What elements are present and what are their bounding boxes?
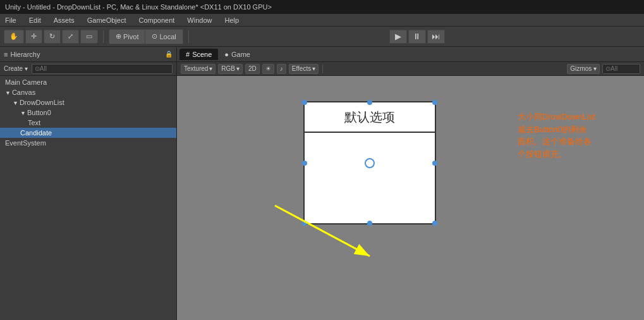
move-tool[interactable]: ✛ (25, 30, 42, 44)
handle-top-mid[interactable] (367, 100, 372, 105)
scale-tool[interactable]: ⤢ (62, 30, 79, 44)
game-tab-label: Game (231, 51, 250, 58)
hierarchy-item-eventsystem[interactable]: EventSystem (0, 138, 176, 148)
game-tab-icon: ● (224, 51, 229, 58)
canvas-arrow: ▼ (5, 90, 11, 96)
annotation-text: 大小同DrowDownList减去Button0的剩余面积。这个准备给各个按钮填… (518, 111, 625, 160)
button0-label: Button0 (27, 109, 51, 116)
pivot-icon: ⊕ (116, 32, 121, 40)
hierarchy-create-btn[interactable]: Create ▾ (4, 65, 28, 72)
step-button[interactable]: ⏭ (427, 30, 445, 44)
scene-background: 默认选项 (177, 76, 644, 320)
tab-scene[interactable]: # Scene (179, 49, 218, 60)
eventsystem-label: EventSystem (5, 139, 46, 147)
candidate-rect: 默认选项 (303, 101, 436, 225)
sun-icon: ☀ (265, 65, 271, 72)
title-text: Unity - Untitled - DropDownList - PC, Ma… (5, 3, 272, 11)
hierarchy-lock-icon: 🔒 (165, 51, 173, 58)
scene-toolbar: Textured ▾ RGB ▾ 2D ☀ ♪ Effects ▾ Giz (177, 62, 644, 76)
rotate-tool[interactable]: ↻ (44, 30, 61, 44)
scene-area: # Scene ● Game Textured ▾ RGB ▾ 2D ☀ (177, 47, 644, 320)
drowdownlist-arrow: ▼ (13, 100, 18, 106)
audio-icon: ♪ (280, 65, 283, 72)
text-label: Text (28, 119, 40, 126)
handle-mid-left[interactable] (302, 161, 307, 166)
hierarchy-menu-icon: ≡ (4, 51, 8, 58)
scene-sep (322, 65, 323, 73)
menu-bar: File Edit Assets GameObject Component Wi… (0, 14, 644, 27)
drowdownlist-label: DrowDownList (20, 99, 64, 106)
rect-tool[interactable]: ▭ (80, 30, 98, 44)
hierarchy-title: ≡ Hierarchy (4, 51, 40, 58)
pivot-local-group: ⊕ Pivot ⊙ Local (109, 29, 183, 44)
gizmos-btn[interactable]: Gizmos ▾ (567, 64, 600, 74)
default-option-text: 默认选项 (344, 109, 395, 126)
effects-btn[interactable]: Effects ▾ (289, 64, 319, 74)
effects-arrow: ▾ (312, 65, 315, 72)
hierarchy-item-candidate[interactable]: Candidate (0, 128, 176, 138)
center-handle (365, 158, 375, 168)
gizmos-label: Gizmos ▾ (570, 65, 597, 72)
scene-tab-icon: # (186, 51, 190, 58)
scene-tab-label: Scene (192, 51, 212, 58)
2d-btn[interactable]: 2D (245, 64, 260, 74)
textured-btn[interactable]: Textured ▾ (181, 64, 216, 74)
play-controls: ▶ ⏸ ⏭ (194, 30, 640, 44)
menu-help[interactable]: Help (222, 16, 241, 24)
hierarchy-item-text[interactable]: Text (0, 118, 176, 128)
hierarchy-item-button0[interactable]: ▼Button0 (0, 108, 176, 118)
main-area: ≡ Hierarchy 🔒 Create ▾ Main Camera ▼Canv… (0, 47, 644, 320)
scene-viewport: 默认选项 (177, 76, 644, 320)
2d-label: 2D (248, 65, 257, 72)
lighting-btn[interactable]: ☀ (262, 64, 274, 74)
play-button[interactable]: ▶ (389, 30, 407, 44)
tab-game[interactable]: ● Game (218, 49, 257, 60)
hierarchy-toolbar: Create ▾ (0, 62, 176, 76)
handle-top-right[interactable] (432, 100, 437, 105)
local-button[interactable]: ⊙ Local (145, 30, 182, 44)
handle-top-left[interactable] (302, 100, 307, 105)
pivot-label: Pivot (123, 33, 138, 40)
pause-button[interactable]: ⏸ (408, 30, 426, 44)
menu-edit[interactable]: Edit (27, 16, 44, 24)
hierarchy-search[interactable] (32, 64, 173, 74)
hierarchy-panel: ≡ Hierarchy 🔒 Create ▾ Main Camera ▼Canv… (0, 47, 177, 320)
separator-1 (103, 30, 104, 43)
menu-file[interactable]: File (3, 16, 19, 24)
separator-2 (188, 30, 189, 43)
menu-component[interactable]: Component (136, 16, 177, 24)
transform-tools: ✋ ✛ ↻ ⤢ ▭ (4, 30, 98, 44)
candidate-label: Candidate (20, 129, 52, 137)
handle-bottom-right[interactable] (432, 221, 437, 226)
hierarchy-item-drowdownlist[interactable]: ▼DrowDownList (0, 97, 176, 108)
handle-bottom-mid[interactable] (367, 221, 372, 226)
local-icon: ⊙ (152, 32, 157, 40)
textured-arrow: ▾ (209, 65, 212, 72)
hierarchy-list: Main Camera ▼Canvas ▼DrowDownList ▼Butto… (0, 76, 176, 320)
textured-label: Textured (184, 65, 208, 72)
handle-mid-right[interactable] (432, 161, 437, 166)
hierarchy-item-main-camera[interactable]: Main Camera (0, 77, 176, 87)
menu-window[interactable]: Window (185, 16, 214, 24)
hand-tool[interactable]: ✋ (4, 30, 24, 44)
toolbar: ✋ ✛ ↻ ⤢ ▭ ⊕ Pivot ⊙ Local ▶ ⏸ ⏭ (0, 27, 644, 47)
hierarchy-item-canvas[interactable]: ▼Canvas (0, 87, 176, 97)
scene-search[interactable] (602, 64, 640, 74)
rgb-label: RGB (221, 65, 235, 72)
button0-area: 默认选项 (305, 102, 435, 133)
hierarchy-header: ≡ Hierarchy 🔒 (0, 47, 176, 62)
handle-bottom-left[interactable] (302, 221, 307, 226)
menu-gameobject[interactable]: GameObject (85, 16, 129, 24)
button0-arrow: ▼ (20, 110, 26, 116)
effects-label: Effects (292, 65, 311, 72)
title-bar: Unity - Untitled - DropDownList - PC, Ma… (0, 0, 644, 14)
pivot-button[interactable]: ⊕ Pivot (109, 30, 145, 44)
rgb-btn[interactable]: RGB ▾ (218, 64, 243, 74)
rgb-arrow: ▾ (236, 65, 240, 72)
scene-tabs: # Scene ● Game (177, 47, 644, 62)
audio-btn[interactable]: ♪ (277, 64, 286, 74)
menu-assets[interactable]: Assets (51, 16, 77, 24)
local-label: Local (159, 33, 176, 40)
canvas-label: Canvas (12, 89, 35, 96)
annotation-content: 大小同DrowDownList减去Button0的剩余面积。这个准备给各个按钮填… (518, 112, 595, 159)
